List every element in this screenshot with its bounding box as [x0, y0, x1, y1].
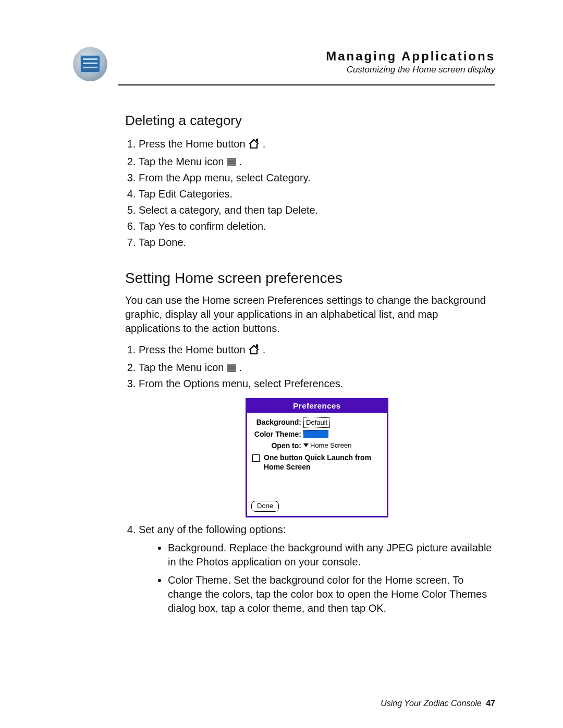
menu-icon — [227, 158, 236, 166]
list-item: Tap Done. — [139, 236, 495, 250]
list-item: Select a category, and then tap Delete. — [139, 203, 495, 217]
color-theme-swatch[interactable] — [303, 430, 328, 438]
list-item: Tap the Menu icon . — [139, 155, 495, 169]
list-item: From the Options menu, select Preference… — [139, 377, 495, 391]
options-bullet-list: Background. Replace the background with … — [139, 541, 495, 615]
list-item: Tap Edit Categories. — [139, 187, 495, 201]
open-to-dropdown[interactable]: Home Screen — [303, 441, 351, 450]
open-to-label: Open to: — [251, 441, 303, 451]
section-preferences-intro: You can use the Home screen Preferences … — [125, 293, 495, 336]
home-icon — [248, 139, 260, 153]
list-item: Color Theme. Set the background color fo… — [168, 573, 495, 615]
steps-deleting: Press the Home button . Tap the Menu ico… — [125, 137, 495, 250]
done-button[interactable]: Done — [251, 501, 279, 512]
list-item: Tap Yes to confirm deletion. — [139, 219, 495, 233]
section-preferences-title: Setting Home screen preferences — [125, 268, 495, 288]
quick-launch-checkbox[interactable] — [252, 454, 260, 462]
dialog-title: Preferences — [247, 400, 387, 413]
steps-preferences: Press the Home button . Tap the Menu ico… — [125, 343, 495, 615]
section-deleting-title: Deleting a category — [125, 112, 495, 130]
page-footer: Using Your Zodiac Console 47 — [381, 699, 495, 708]
list-item: Background. Replace the background with … — [168, 541, 495, 569]
color-theme-label: Color Theme: — [251, 429, 303, 439]
chevron-down-icon — [303, 443, 309, 447]
page-number: 47 — [486, 699, 495, 708]
chapter-title: Managing Applications — [117, 49, 495, 64]
home-icon — [248, 344, 260, 359]
background-selector[interactable]: Default — [303, 417, 330, 428]
list-item: Press the Home button . — [139, 343, 495, 359]
list-item: Press the Home button . — [139, 137, 495, 153]
page-header: Managing Applications Customizing the Ho… — [73, 47, 495, 81]
list-item: From the App menu, select Category. — [139, 171, 495, 185]
menu-icon — [227, 364, 236, 372]
list-item: Tap the Menu icon . — [139, 361, 495, 375]
header-divider — [118, 84, 495, 85]
chapter-icon — [73, 47, 107, 81]
list-item: Set any of the following options: Backgr… — [139, 523, 495, 615]
background-label: Background: — [251, 417, 303, 427]
quick-launch-label: One button Quick Launch from Home Screen — [264, 453, 383, 472]
preferences-dialog: Preferences Background: Default Color Th… — [246, 398, 388, 517]
chapter-subtitle: Customizing the Home screen display — [117, 65, 495, 75]
